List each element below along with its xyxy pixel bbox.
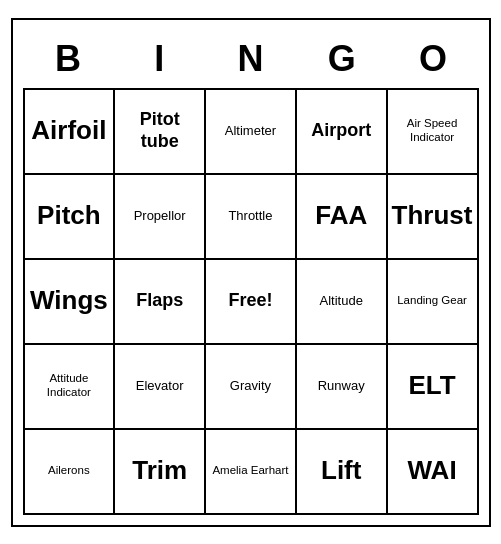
bingo-cell-20: Ailerons: [25, 430, 116, 515]
bingo-cell-5: Pitch: [25, 175, 116, 260]
bingo-letter-b: B: [23, 30, 114, 88]
bingo-letter-i: I: [114, 30, 205, 88]
cell-text-20: Ailerons: [48, 464, 90, 478]
bingo-cell-18: Runway: [297, 345, 388, 430]
bingo-cell-2: Altimeter: [206, 90, 297, 175]
bingo-cell-12: Free!: [206, 260, 297, 345]
cell-text-24: WAI: [408, 455, 457, 486]
bingo-cell-22: Amelia Earhart: [206, 430, 297, 515]
cell-text-12: Free!: [228, 290, 272, 312]
cell-text-19: ELT: [408, 370, 455, 401]
bingo-card: BINGO AirfoilPitot tubeAltimeterAirportA…: [11, 18, 491, 527]
cell-text-23: Lift: [321, 455, 361, 486]
cell-text-18: Runway: [318, 378, 365, 394]
bingo-letter-g: G: [296, 30, 387, 88]
bingo-cell-11: Flaps: [115, 260, 206, 345]
cell-text-22: Amelia Earhart: [212, 464, 288, 478]
bingo-cell-19: ELT: [388, 345, 479, 430]
bingo-cell-9: Thrust: [388, 175, 479, 260]
cell-text-0: Airfoil: [31, 115, 106, 146]
cell-text-14: Landing Gear: [397, 294, 467, 308]
bingo-grid: AirfoilPitot tubeAltimeterAirportAir Spe…: [23, 88, 479, 515]
bingo-cell-15: Attitude Indicator: [25, 345, 116, 430]
cell-text-11: Flaps: [136, 290, 183, 312]
bingo-cell-4: Air Speed Indicator: [388, 90, 479, 175]
bingo-cell-6: Propellor: [115, 175, 206, 260]
cell-text-8: FAA: [315, 200, 367, 231]
bingo-cell-7: Throttle: [206, 175, 297, 260]
cell-text-6: Propellor: [134, 208, 186, 224]
bingo-letter-o: O: [387, 30, 478, 88]
cell-text-15: Attitude Indicator: [29, 372, 110, 400]
cell-text-4: Air Speed Indicator: [392, 117, 473, 145]
cell-text-1: Pitot tube: [119, 109, 200, 152]
bingo-cell-16: Elevator: [115, 345, 206, 430]
cell-text-17: Gravity: [230, 378, 271, 394]
cell-text-2: Altimeter: [225, 123, 276, 139]
bingo-cell-13: Altitude: [297, 260, 388, 345]
bingo-cell-14: Landing Gear: [388, 260, 479, 345]
cell-text-13: Altitude: [320, 293, 363, 309]
bingo-cell-3: Airport: [297, 90, 388, 175]
bingo-cell-24: WAI: [388, 430, 479, 515]
bingo-cell-1: Pitot tube: [115, 90, 206, 175]
bingo-cell-10: Wings: [25, 260, 116, 345]
bingo-header: BINGO: [23, 30, 479, 88]
bingo-cell-23: Lift: [297, 430, 388, 515]
cell-text-10: Wings: [30, 285, 108, 316]
cell-text-16: Elevator: [136, 378, 184, 394]
cell-text-3: Airport: [311, 120, 371, 142]
bingo-cell-21: Trim: [115, 430, 206, 515]
cell-text-21: Trim: [132, 455, 187, 486]
bingo-cell-8: FAA: [297, 175, 388, 260]
bingo-letter-n: N: [205, 30, 296, 88]
cell-text-5: Pitch: [37, 200, 101, 231]
bingo-cell-17: Gravity: [206, 345, 297, 430]
cell-text-7: Throttle: [228, 208, 272, 224]
bingo-cell-0: Airfoil: [25, 90, 116, 175]
cell-text-9: Thrust: [392, 200, 473, 231]
